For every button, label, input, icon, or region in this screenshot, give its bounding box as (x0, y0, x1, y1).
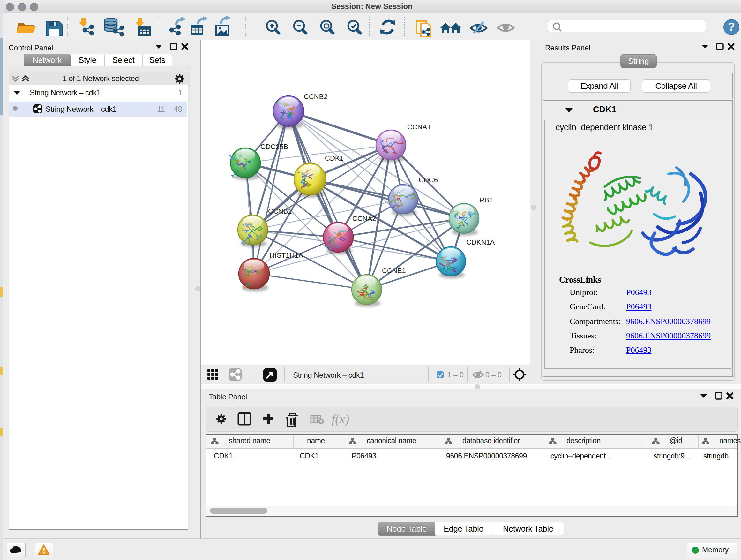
svg-text:CDC25B: CDC25B (260, 143, 288, 151)
svg-text:CCNA1: CCNA1 (407, 123, 431, 131)
svg-text:CCNB1: CCNB1 (268, 207, 292, 215)
svg-text:CDK1: CDK1 (325, 154, 344, 162)
svg-text:f(x): f(x) (332, 412, 349, 426)
svg-text:1 – 0: 1 – 0 (448, 371, 464, 379)
svg-text:HIST1H1A: HIST1H1A (270, 251, 303, 259)
svg-text:CCNA2: CCNA2 (352, 214, 376, 223)
svg-text:CDC6: CDC6 (419, 176, 438, 184)
svg-text:CCNE1: CCNE1 (382, 266, 406, 274)
svg-text:String Network – cdk1: String Network – cdk1 (293, 371, 364, 379)
svg-text:0 – 0: 0 – 0 (485, 371, 502, 379)
svg-text:CCNB2: CCNB2 (304, 92, 328, 101)
svg-text:RB1: RB1 (479, 196, 493, 204)
svg-text:?: ? (728, 20, 735, 34)
svg-text:CDKN1A: CDKN1A (466, 238, 495, 246)
